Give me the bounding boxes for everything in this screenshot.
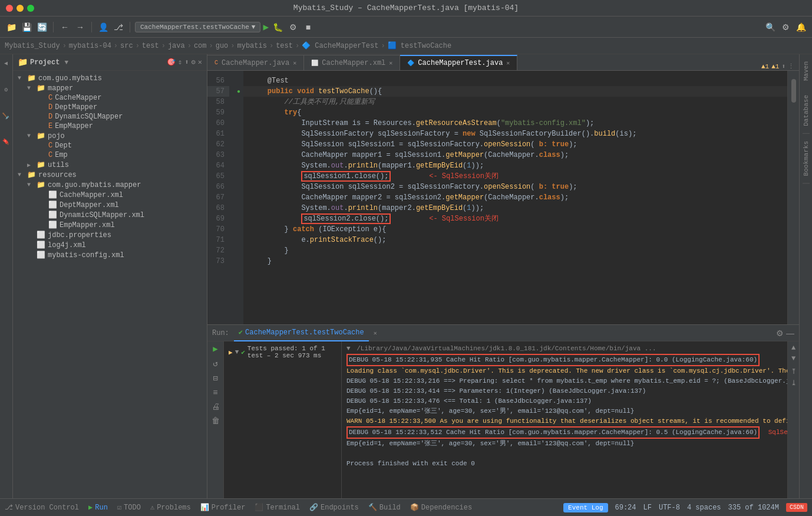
bottom-version-control[interactable]: ⎇ Version Control — [5, 503, 79, 512]
tree-item-empmapper-xml[interactable]: ⬜ EmpMapper.xml — [13, 220, 207, 230]
tree-item-jdbc-props[interactable]: ⬜ jdbc.properties — [13, 230, 207, 240]
toolbar-forward-btn[interactable]: → — [74, 21, 87, 34]
run-button[interactable]: ▶ — [263, 21, 269, 33]
tree-item-cachemapper[interactable]: C CacheMapper — [13, 93, 207, 103]
run-tab-close[interactable]: ✕ — [374, 330, 377, 337]
bottom-terminal[interactable]: ⬛ Terminal — [255, 503, 300, 512]
tree-item-dynamicsqlmapper[interactable]: D DynamicSQLMapper — [13, 112, 207, 121]
toolbar-vcs-btn[interactable]: ⎇ — [112, 21, 125, 34]
run-close-btn[interactable]: — — [786, 328, 794, 338]
sidebar-expand-icon[interactable]: ⇕ — [178, 58, 182, 67]
line-col-status[interactable]: 69:24 — [615, 504, 636, 512]
tree-item-mybatis-config-xml[interactable]: ⬜ mybatis-config.xml — [13, 250, 207, 260]
close-button[interactable] — [6, 5, 13, 12]
run-tab-active[interactable]: ✔ CacheMapperTest.testTwoCache — [234, 325, 369, 341]
memory-status[interactable]: 335 of 1024M — [728, 504, 779, 512]
bottom-todo[interactable]: ☑ TODO — [117, 503, 141, 512]
toolbar-user-btn[interactable]: 👤 — [97, 21, 110, 34]
tree-item-com-guo-mybatis[interactable]: ▼ 📁 com.guo.mybatis — [13, 73, 207, 83]
run-config-selector[interactable]: CacheMapperTest.testTwoCache ▼ — [135, 22, 260, 32]
right-tab-maven[interactable]: Maven — [803, 54, 810, 88]
run-scroll-up[interactable]: ▲ — [791, 344, 796, 352]
breadcrumb-test-pkg[interactable]: test — [276, 42, 293, 50]
tree-item-emp[interactable]: C Emp — [13, 150, 207, 160]
minimize-button[interactable] — [16, 5, 24, 12]
run-expand-btn[interactable]: ≡ — [213, 388, 217, 397]
toolbar-save-btn[interactable]: 💾 — [20, 21, 33, 34]
toolbar-stop-btn[interactable]: ■ — [302, 21, 315, 34]
breadcrumb-mybatis-study[interactable]: Mybatis_Study — [5, 42, 60, 50]
breadcrumb-com[interactable]: com — [194, 42, 207, 50]
sidebar-locate-icon[interactable]: 🎯 — [167, 58, 176, 67]
encoding-status[interactable]: UTF-8 — [659, 504, 680, 512]
bottom-problems[interactable]: ⚠ Problems — [150, 503, 191, 512]
toolbar-back-btn[interactable]: ← — [58, 21, 71, 34]
breadcrumb-cachemappertest[interactable]: 🔷 CacheMapperTest — [302, 41, 378, 50]
run-print-btn[interactable]: 🖨 — [212, 402, 220, 412]
bottom-build[interactable]: 🔨 Build — [368, 503, 401, 512]
event-log-btn[interactable]: Event Log — [563, 503, 608, 512]
breadcrumb-test[interactable]: test — [142, 42, 159, 50]
tab-cachemappertest-java[interactable]: 🔷 CacheMapperTest.java ✕ — [400, 55, 517, 70]
debug-btn[interactable]: 🐛 — [271, 21, 284, 34]
bottom-endpoints[interactable]: 🔗 Endpoints — [309, 503, 359, 512]
tree-item-resources[interactable]: ▼ 📁 resources — [13, 170, 207, 180]
left-tab-build[interactable]: 🔨 — [1, 111, 12, 121]
left-tab-structure[interactable]: ⚙ — [1, 85, 12, 96]
tree-item-dynamicsqlmapper-xml[interactable]: ⬜ DynamicSQLMapper.xml — [13, 210, 207, 220]
tab-close-cachemapper[interactable]: ✕ — [293, 60, 296, 67]
right-tab-database[interactable]: Database — [803, 88, 810, 134]
bottom-dependencies[interactable]: 📦 Dependencies — [410, 503, 472, 512]
sidebar-collapse-icon[interactable]: ⬆ — [184, 58, 189, 67]
breadcrumb-guo[interactable]: guo — [216, 42, 229, 50]
bottom-run[interactable]: ▶ Run — [88, 503, 108, 512]
run-rerun-btn[interactable]: ↺ — [213, 359, 217, 369]
maximize-button[interactable] — [27, 5, 34, 12]
coverage-btn[interactable]: ⚙ — [286, 21, 299, 34]
run-clear-btn[interactable]: 🗑 — [212, 416, 220, 426]
breadcrumb-src[interactable]: src — [120, 42, 133, 50]
sidebar-settings-icon[interactable]: ⚙ — [192, 58, 196, 67]
tree-item-cachemapper-xml[interactable]: ⬜ CacheMapper.xml — [13, 190, 207, 200]
tree-item-dept[interactable]: C Dept — [13, 141, 207, 150]
left-tab-bookmark[interactable]: 🔖 — [1, 137, 12, 147]
search-btn[interactable]: 🔍 — [764, 21, 777, 34]
run-play-btn[interactable]: ▶ — [213, 344, 217, 354]
tree-item-empmapper[interactable]: E EmpMapper — [13, 121, 207, 131]
editor-scrollbar[interactable] — [787, 71, 799, 324]
left-tab-run[interactable]: ▶ — [1, 59, 12, 70]
tab-more-icon[interactable]: ⋮ — [788, 63, 794, 70]
tab-close-cachemappertest[interactable]: ✕ — [506, 60, 510, 67]
tab-expand-icon[interactable]: ⬆ — [781, 63, 785, 70]
run-scroll-bottom[interactable]: ⤓ — [791, 379, 797, 387]
tree-item-log4j-xml[interactable]: ⬜ log4j.xml — [13, 240, 207, 250]
indentation-status[interactable]: 4 spaces — [687, 504, 721, 512]
lf-status[interactable]: LF — [643, 504, 652, 512]
run-scroll-down[interactable]: ▼ — [791, 354, 796, 363]
tab-close-cachemapper-xml[interactable]: ✕ — [389, 60, 392, 67]
settings-btn[interactable]: ⚙ — [779, 21, 792, 34]
breadcrumb-java[interactable]: java — [168, 42, 185, 50]
bottom-profiler[interactable]: 📊 Profiler — [200, 503, 246, 512]
tree-item-pojo[interactable]: ▼ 📁 pojo — [13, 131, 207, 141]
code-content[interactable]: @Test public void testTwoCache(){ //工具类不… — [243, 71, 787, 324]
breadcrumb-mybatis-04[interactable]: mybatis-04 — [69, 42, 111, 50]
run-filter-btn[interactable]: ⊟ — [213, 373, 217, 383]
breadcrumb-mybatis-pkg[interactable]: mybatis — [237, 42, 267, 50]
run-gear-btn[interactable]: ⚙ — [776, 328, 784, 338]
run-tree-item[interactable]: ▶ ▼ ✔ Tests passed: 1 of 1 test – 2 sec … — [224, 344, 341, 360]
tab-cachemapper-java[interactable]: C CacheMapper.java ✕ — [207, 55, 304, 70]
sidebar-close-icon[interactable]: ✕ — [198, 58, 202, 67]
tree-item-utils[interactable]: ▶ 📁 utils — [13, 160, 207, 170]
breadcrumb-testtwocache[interactable]: 🟦 testTwoCache — [388, 41, 452, 50]
notifications-btn[interactable]: 🔔 — [794, 21, 807, 34]
right-tab-bookmarks[interactable]: Bookmarks — [803, 134, 810, 183]
tab-cachemapper-xml[interactable]: ⬜ CacheMapper.xml ✕ — [304, 55, 400, 70]
tree-item-mapper[interactable]: ▼ 📁 mapper — [13, 83, 207, 93]
tree-item-deptmapper-xml[interactable]: ⬜ DeptMapper.xml — [13, 200, 207, 210]
toolbar-refresh-btn[interactable]: 🔄 — [35, 21, 48, 34]
tree-item-mapper-pkg[interactable]: ▼ 📁 com.guo.mybatis.mapper — [13, 180, 207, 190]
toolbar-project-btn[interactable]: 📁 — [5, 21, 18, 34]
run-scroll-top[interactable]: ⤒ — [791, 367, 797, 376]
tree-item-deptmapper[interactable]: D DeptMapper — [13, 103, 207, 112]
